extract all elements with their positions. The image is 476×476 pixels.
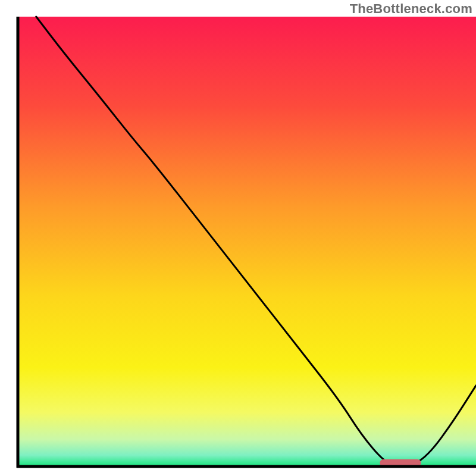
bottleneck-chart: [0, 0, 476, 476]
chart-root: TheBottleneck.com: [0, 0, 476, 476]
watermark-text: TheBottleneck.com: [350, 1, 472, 17]
plot-area: [18, 17, 476, 466]
